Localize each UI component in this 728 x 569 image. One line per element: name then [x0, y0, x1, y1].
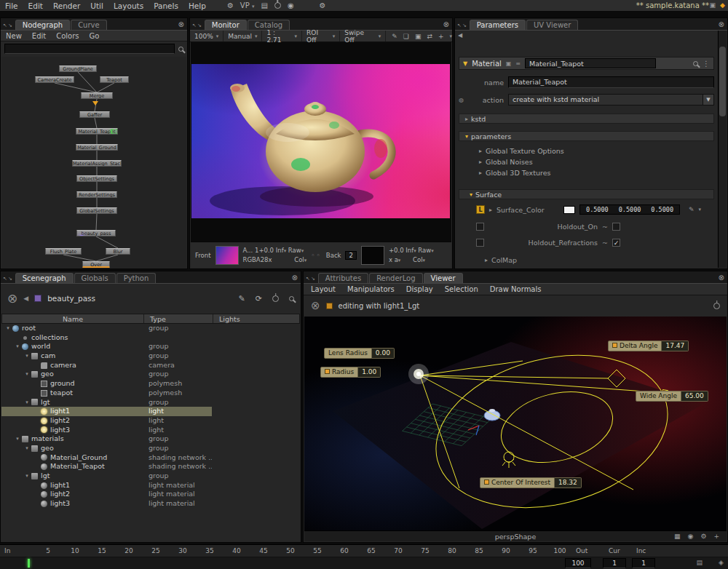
viewer-menu-layout[interactable]: Layout — [311, 285, 336, 293]
lens-icon[interactable]: ◉ — [688, 533, 694, 540]
expander-icon[interactable]: ▾ — [23, 398, 31, 407]
dock-icon[interactable]: ↖ — [3, 23, 7, 28]
lights-cell[interactable] — [212, 342, 300, 351]
front-inf[interactable]: Inf — [276, 247, 284, 254]
back-inf[interactable]: Inf — [405, 247, 414, 254]
edit-icon[interactable]: ✎ — [239, 294, 245, 303]
lights-cell[interactable] — [212, 379, 300, 389]
clear-context-icon[interactable]: ⊗ — [7, 291, 17, 306]
lens-radius-manipulator[interactable]: Lens Radius 0.00 — [324, 349, 395, 358]
viewport-mode-button[interactable]: VP ▾ — [240, 1, 255, 9]
scenegraph-row-light3[interactable]: light3light — [1, 426, 300, 435]
link-icons[interactable]: ◦◦ — [311, 252, 322, 259]
lights-cell[interactable] — [212, 453, 300, 463]
menu-icon[interactable]: ≡ — [515, 60, 521, 67]
menu-util[interactable]: Util — [85, 1, 108, 10]
section-surface[interactable]: ▾ Surface — [459, 189, 714, 199]
scenegraph-row-light2[interactable]: light2light — [1, 416, 300, 426]
color-swatch[interactable] — [563, 206, 575, 214]
collapsed-arrow-icon[interactable]: ▸ — [465, 116, 468, 122]
grid-toggle-icon[interactable]: ▦ — [674, 533, 681, 540]
viewer-menu-draw-normals[interactable]: Draw Normals — [490, 285, 542, 293]
column-name[interactable]: Name — [2, 314, 143, 323]
monitor-option-1-2-71[interactable]: 1 : 2.71▾ — [262, 31, 302, 41]
material-node-header[interactable]: ▼ Material ▣ ≡ Material_Teapot ⋮ — [459, 57, 714, 70]
front-col[interactable]: Col — [294, 256, 304, 263]
lights-cell[interactable] — [212, 434, 300, 444]
tab-attributes[interactable]: Attributes — [318, 273, 368, 283]
scenegraph-row-ground[interactable]: groundpolymesh — [1, 379, 300, 389]
tab-monitor[interactable]: Monitor — [205, 20, 247, 30]
scenegraph-row-world[interactable]: ▾worldgroup — [1, 342, 300, 351]
layout-icon[interactable]: ▤ — [261, 1, 267, 9]
scenegraph-row-camera[interactable]: cameracamera — [1, 361, 300, 370]
front-thumbnail[interactable] — [215, 246, 239, 265]
increment-input[interactable]: 1 — [632, 558, 655, 568]
nodegraph-menu-edit[interactable]: Edit — [27, 32, 51, 40]
tab-renderlog[interactable]: RenderLog — [369, 273, 422, 283]
color-values-box[interactable]: 0.5000 0.5000 0.5000 — [579, 204, 680, 215]
view-flag-icon[interactable] — [92, 101, 98, 106]
node-flush-plate[interactable]: Flush_Plate — [45, 248, 82, 255]
node-materialassign-stack[interactable]: MaterialAssign_Stack — [72, 160, 122, 167]
node-beauty-pass[interactable]: beauty_pass — [76, 230, 116, 236]
back-exposure[interactable]: +0.0 — [389, 247, 404, 254]
scenegraph-row-root[interactable]: ▾rootgroup — [1, 324, 300, 333]
comment-icon[interactable]: ❏ — [403, 33, 409, 40]
state-icon[interactable]: ◍ — [459, 97, 466, 103]
lights-cell[interactable] — [212, 481, 300, 490]
close-icon[interactable]: ⊗ — [719, 20, 724, 28]
node-teapot[interactable]: Teapot — [100, 76, 129, 83]
out-frame-input[interactable]: 100 — [565, 558, 591, 568]
tab-python[interactable]: Python — [116, 273, 157, 283]
node-merge[interactable]: Merge — [81, 92, 113, 99]
scenegraph-row-collections[interactable]: collections — [1, 333, 300, 343]
monitor-option-swipe-off[interactable]: Swipe Off▾ — [340, 31, 386, 41]
center-of-interest-manipulator[interactable]: Center Of Interest 18.32 — [480, 478, 582, 488]
viewer-menu-manipulators[interactable]: Manipulators — [347, 285, 395, 293]
menu-file[interactable]: File — [0, 1, 23, 10]
viewer-menu-display[interactable]: Display — [406, 285, 433, 293]
dock-icon[interactable]: ↖ — [457, 23, 462, 28]
local-value-badge[interactable]: L — [476, 205, 485, 214]
lights-cell[interactable] — [212, 490, 300, 499]
expander-icon[interactable]: ▾ — [14, 434, 21, 444]
gear-icon[interactable]: ⚙ — [227, 1, 234, 9]
stop-editing-icon[interactable]: ⊗ — [311, 299, 320, 312]
search-icon[interactable] — [693, 61, 698, 66]
timeline-lock-icon[interactable]: ◈ — [719, 559, 724, 566]
front-name[interactable]: A... — [243, 247, 253, 254]
collapsed-arrow-icon[interactable]: ▸ — [489, 207, 492, 213]
delta-angle-manipulator[interactable]: Delta Angle 17.47 — [608, 341, 689, 351]
close-icon[interactable]: ⊗ — [443, 20, 449, 28]
lights-cell[interactable] — [212, 471, 300, 481]
scenegraph-row-material-teapot[interactable]: Material_Teapotshading network ... — [1, 462, 300, 471]
chevron-down-icon[interactable]: ▾ — [449, 33, 452, 39]
lights-cell[interactable] — [212, 351, 300, 361]
lights-cell[interactable] — [212, 361, 300, 370]
expander-icon[interactable]: ▾ — [23, 370, 31, 379]
scenegraph-row-material-ground[interactable]: Material_Groundshading network ... — [1, 453, 300, 463]
timeline-track[interactable]: 100 1 1 ▤ ◈ — [0, 557, 728, 569]
tab-viewer[interactable]: Viewer — [424, 273, 463, 283]
enable-checkbox[interactable] — [476, 239, 484, 247]
node-name-box[interactable]: Material_Teapot — [525, 58, 656, 68]
expander-icon[interactable]: ▾ — [4, 324, 12, 333]
scrollbar[interactable] — [718, 31, 727, 268]
section-parameters[interactable]: ▾ parameters — [459, 131, 714, 141]
message-icon[interactable]: ▣ — [710, 1, 716, 9]
scenegraph-row-lgt[interactable]: ▾lgtgroup — [1, 471, 300, 481]
viewer-menu-selection[interactable]: Selection — [445, 285, 478, 293]
refresh-icon[interactable]: ⟳ — [256, 294, 262, 303]
param-group-global-3d-textures[interactable]: ▸Global 3D Textures — [459, 167, 714, 178]
name-field-input[interactable]: Material_Teapot — [508, 76, 714, 88]
collapsed-arrow-icon[interactable]: ▸ — [479, 148, 482, 154]
lights-cell[interactable] — [212, 389, 300, 398]
color-g-value[interactable]: 0.5000 — [619, 205, 641, 214]
settings-icon[interactable]: ⚙ — [320, 1, 326, 9]
scenegraph-row-light1[interactable]: light1light — [1, 407, 300, 416]
color-b-value[interactable]: 0.5000 — [651, 205, 673, 214]
enable-checkbox[interactable] — [476, 223, 484, 231]
front-exposure[interactable]: 1+0.0 — [255, 247, 274, 254]
power-icon[interactable] — [274, 2, 281, 9]
